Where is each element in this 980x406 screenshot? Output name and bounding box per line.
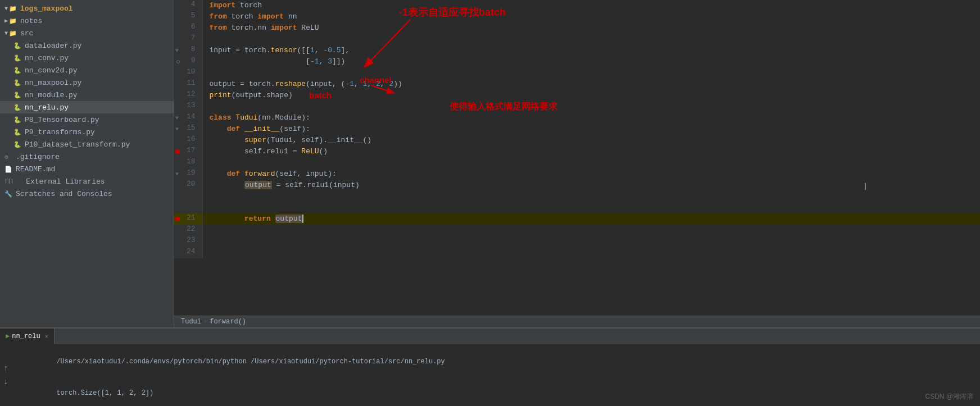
line-code[interactable] — [202, 67, 980, 79]
line-number: ▼ 14 — [174, 112, 202, 124]
line-code[interactable] — [202, 247, 980, 258]
line-code[interactable]: import torch — [202, 0, 980, 11]
scratches-icon: 🔧 — [4, 190, 13, 198]
sidebar-item-readme[interactable]: 📄 README.md — [0, 163, 174, 175]
code-table: 4 import torch 5 from torch import nn 6 … — [174, 0, 980, 258]
sidebar-item-label: nn_relu.py — [25, 103, 69, 112]
breadcrumb-separator: › — [203, 318, 207, 326]
line-code[interactable]: print(output.shape) — [202, 90, 980, 101]
sidebar-item-label: .gitignore — [16, 153, 60, 161]
line-code[interactable] — [202, 101, 980, 112]
table-row: 12 print(output.shape) — [174, 90, 980, 101]
line-code[interactable]: from torch.nn import ReLU — [202, 22, 980, 34]
sidebar-item-P8[interactable]: 🐍 P8_Tensorboard.py — [0, 113, 174, 126]
line-number: 5 — [174, 11, 202, 22]
line-number: 9 — [174, 56, 202, 67]
folder-icon: 📁 — [9, 5, 18, 12]
arrow-icon: ▼ — [4, 30, 8, 37]
line-number: 20 — [174, 180, 202, 213]
table-row: 16 super(Tudui, self).__init__() — [174, 135, 980, 146]
tab-label: nn_relu — [12, 332, 40, 340]
line-number: ▼ 19 — [174, 168, 202, 180]
line-code[interactable]: [-1, 3]]) — [202, 56, 980, 67]
run-icon: ▶ — [6, 332, 10, 340]
line-code[interactable] — [202, 34, 980, 45]
table-row: 4 import torch — [174, 0, 980, 11]
line-code[interactable] — [202, 225, 980, 236]
table-row: 20 output = self.relu1(input) | — [174, 180, 980, 213]
sidebar-item-nn-maxpool[interactable]: 🐍 nn_maxpool.py — [0, 76, 174, 89]
table-row: 9 [-1, 3]]) — [174, 56, 980, 67]
line-code[interactable] — [202, 157, 980, 168]
table-row: 21 return output — [174, 213, 980, 225]
sidebar-item-label: External Libraries — [26, 177, 105, 186]
sidebar-item-scratches[interactable]: 🔧 Scratches and Consoles — [0, 188, 174, 200]
bottom-tab-nn-relu[interactable]: ▶ nn_relu ✕ — [0, 329, 55, 344]
sidebar-item-nn-conv2d[interactable]: 🐍 nn_conv2d.py — [0, 64, 174, 76]
line-number: 6 — [174, 22, 202, 34]
line-code[interactable]: def __init__(self): — [202, 124, 980, 135]
sidebar-item-src[interactable]: ▼ 📁 src — [0, 27, 174, 39]
terminal-line-output: torch.Size([1, 1, 2, 2]) — [16, 378, 976, 406]
sidebar-item-label: Scratches and Consoles — [16, 190, 112, 198]
scroll-up-button[interactable]: ↑ — [3, 364, 8, 373]
line-code[interactable] — [202, 236, 980, 247]
line-code[interactable]: self.relu1 = ReLU() — [202, 146, 980, 157]
sidebar-item-label: logs_maxpool — [20, 4, 73, 13]
py-icon: 🐍 — [13, 42, 22, 49]
sidebar-item-logs[interactable]: ▼ 📁 logs_maxpool — [0, 2, 174, 15]
line-code[interactable]: super(Tudui, self).__init__() — [202, 135, 980, 146]
terminal-cmd-text: /Users/xiaotudui/.conda/envs/pytorch/bin… — [56, 358, 444, 366]
sidebar-item-nn-conv[interactable]: 🐍 nn_conv.py — [0, 52, 174, 64]
gitignore-icon: ⚙ — [4, 153, 13, 161]
line-number: 12 — [174, 90, 202, 101]
table-row: 24 — [174, 247, 980, 258]
watermark: CSDN @湘涔溶 — [925, 392, 973, 402]
line-number: 24 — [174, 247, 202, 258]
folder-icon: 📁 — [9, 30, 18, 37]
py-icon: 🐍 — [13, 141, 22, 148]
sidebar-item-notes[interactable]: ▶ 📁 notes — [0, 15, 174, 27]
sidebar-item-label: dataloader.py — [25, 42, 81, 50]
line-number: 7 — [174, 34, 202, 45]
scroll-down-button[interactable]: ↓ — [3, 377, 8, 386]
breadcrumb: Tudui › forward() — [174, 316, 980, 327]
table-row: ▼ 8 input = torch.tensor([[1, -0.5], — [174, 45, 980, 56]
table-row: 11 output = torch.reshape(input, (-1, 1,… — [174, 79, 980, 90]
line-code[interactable]: from torch import nn — [202, 11, 980, 22]
line-code[interactable]: output = self.relu1(input) | — [202, 180, 980, 213]
line-code[interactable]: input = torch.tensor([[1, -0.5], — [202, 45, 980, 56]
sidebar-item-external[interactable]: ||| External Libraries — [0, 175, 174, 188]
table-row: ▼ 14 class Tudui(nn.Module): — [174, 112, 980, 124]
sidebar-item-label: notes — [20, 17, 42, 25]
line-number: 17 — [174, 146, 202, 157]
line-number: ▼ 8 — [174, 45, 202, 56]
line-code[interactable]: return output — [202, 213, 980, 225]
table-row: 13 — [174, 101, 980, 112]
table-row: ▼ 15 def __init__(self): — [174, 124, 980, 135]
sidebar-item-P9[interactable]: 🐍 P9_transforms.py — [0, 126, 174, 138]
sidebar-item-label: nn_module.py — [25, 91, 78, 99]
terminal-line-cmd: /Users/xiaotudui/.conda/envs/pytorch/bin… — [16, 346, 976, 377]
code-editor[interactable]: 4 import torch 5 from torch import nn 6 … — [174, 0, 980, 316]
sidebar-item-gitignore[interactable]: ⚙ .gitignore — [0, 150, 174, 163]
table-row: ▼ 19 def forward(self, input): — [174, 168, 980, 180]
table-row: 10 — [174, 67, 980, 79]
sidebar-item-label: nn_conv2d.py — [25, 66, 78, 75]
line-code[interactable]: class Tudui(nn.Module): — [202, 112, 980, 124]
sidebar-item-nn-module[interactable]: 🐍 nn_module.py — [0, 89, 174, 101]
py-icon: 🐍 — [13, 129, 22, 136]
sidebar-item-label: P8_Tensorboard.py — [25, 116, 99, 124]
main-area: ▼ 📁 logs_maxpool ▶ 📁 notes ▼ 📁 src 🐍 dat… — [0, 0, 980, 327]
close-icon[interactable]: ✕ — [45, 333, 48, 340]
line-number: 4 — [174, 0, 202, 11]
arrow-icon: ▼ — [4, 6, 8, 12]
sidebar-item-nn-relu[interactable]: 🐍 nn_relu.py — [0, 101, 174, 113]
line-code[interactable]: output = torch.reshape(input, (-1, 1, 2,… — [202, 79, 980, 90]
line-code[interactable]: def forward(self, input): — [202, 168, 980, 180]
sidebar-item-P10[interactable]: 🐍 P10_dataset_transform.py — [0, 138, 174, 150]
bottom-tabs: ▶ nn_relu ✕ — [0, 329, 980, 344]
breadcrumb-item-2: forward() — [210, 318, 246, 326]
line-number: 16 — [174, 135, 202, 146]
sidebar-item-dataloader[interactable]: 🐍 dataloader.py — [0, 39, 174, 52]
